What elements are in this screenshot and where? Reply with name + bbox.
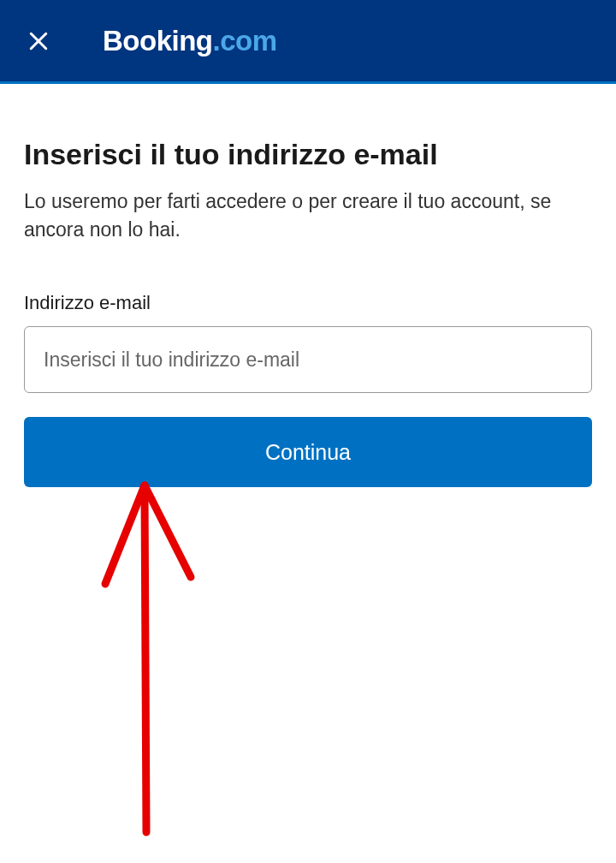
arrow-annotation-icon (90, 473, 218, 841)
email-label: Indirizzo e-mail (24, 292, 592, 314)
email-field[interactable] (24, 326, 592, 393)
svg-line-2 (145, 490, 146, 832)
svg-line-3 (105, 485, 145, 584)
page-title: Inserisci il tuo indirizzo e-mail (24, 137, 592, 172)
logo-text-booking: Booking (103, 25, 212, 57)
page-subtitle: Lo useremo per farti accedere o per crea… (24, 187, 592, 245)
header: Booking.com (0, 0, 616, 84)
main-content: Inserisci il tuo indirizzo e-mail Lo use… (0, 84, 616, 487)
close-icon[interactable] (24, 27, 53, 56)
continue-button[interactable]: Continua (24, 417, 592, 487)
logo-text-com: .com (212, 25, 276, 57)
svg-line-4 (145, 485, 191, 577)
logo: Booking.com (103, 25, 277, 57)
